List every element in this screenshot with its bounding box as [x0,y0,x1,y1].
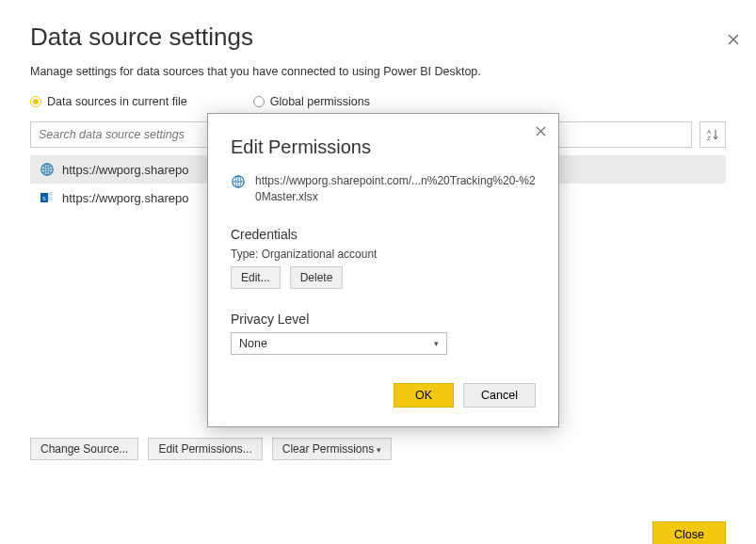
source-path-text: https://wwporg.sharepoint.com/...n%20Tra… [255,173,536,206]
page-title: Data source settings [30,23,726,52]
svg-rect-6 [48,192,53,196]
radio-global-permissions[interactable]: Global permissions [253,95,370,108]
privacy-level-select[interactable]: None ▾ [231,332,447,355]
radio-icon [253,96,265,107]
privacy-value: None [239,337,267,350]
close-icon[interactable] [724,28,743,52]
sort-button[interactable]: A Z [700,121,726,148]
change-source-button[interactable]: Change Source... [30,438,138,460]
modal-actions: OK Cancel [231,383,536,408]
close-icon[interactable] [533,121,549,142]
ok-button[interactable]: OK [394,383,454,408]
web-icon [231,174,246,189]
source-path: https://wwporg.sharepoint.com/...n%20Tra… [231,173,536,206]
svg-rect-7 [48,197,53,200]
privacy-heading: Privacy Level [231,312,536,327]
edit-credentials-button[interactable]: Edit... [231,266,281,289]
radio-label: Global permissions [270,95,370,108]
radio-current-file[interactable]: Data sources in current file [30,95,187,108]
list-item-label: https://wwporg.sharepo [62,163,188,177]
radio-label: Data sources in current file [47,95,187,108]
modal-title: Edit Permissions [231,136,536,158]
sharepoint-icon: S [40,190,55,205]
svg-text:A: A [707,129,711,135]
close-button[interactable]: Close [652,521,726,544]
svg-text:S: S [42,195,46,202]
credentials-type: Type: Organizational account [231,248,536,261]
credentials-buttons: Edit... Delete [231,266,536,289]
web-icon [40,162,55,177]
cancel-button[interactable]: Cancel [463,383,536,408]
clear-permissions-button[interactable]: Clear Permissions [272,438,392,460]
page-subtitle: Manage settings for data sources that yo… [30,65,726,78]
edit-permissions-button[interactable]: Edit Permissions... [148,438,262,460]
credentials-heading: Credentials [231,227,536,242]
list-item-label: https://wwporg.sharepo [62,191,188,205]
edit-permissions-modal: Edit Permissions https://wwporg.sharepoi… [207,113,559,427]
chevron-down-icon: ▾ [434,339,439,348]
delete-credentials-button[interactable]: Delete [290,266,344,289]
scope-radio-group: Data sources in current file Global perm… [30,95,726,108]
action-button-row: Change Source... Edit Permissions... Cle… [30,438,726,460]
svg-text:Z: Z [707,136,711,141]
radio-icon [30,96,41,107]
